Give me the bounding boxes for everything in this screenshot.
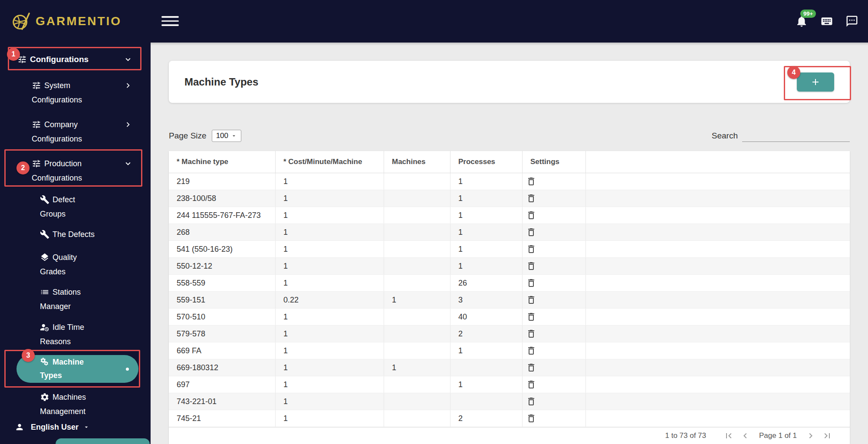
sidebar-item-stations-manager[interactable]: Stations Manager — [0, 285, 151, 314]
col-processes[interactable]: Processes — [450, 151, 522, 173]
delete-row-button[interactable] — [526, 345, 536, 356]
delete-row-button[interactable] — [526, 379, 536, 390]
col-machines[interactable]: Machines — [384, 151, 450, 173]
cell-machine-type: 579-578 — [169, 326, 275, 342]
cell-settings — [522, 258, 585, 274]
cell-machines — [384, 410, 450, 427]
cell-processes: 2 — [450, 326, 522, 342]
cell-machine-type: 268 — [169, 224, 275, 240]
cell-processes: 1 — [450, 173, 522, 190]
sidebar-item-label: The Defects — [53, 230, 95, 239]
user-label: English User — [31, 423, 79, 432]
last-page-button[interactable] — [822, 431, 832, 441]
sidebar-item-company-configurations[interactable]: Company Configurations — [0, 118, 151, 146]
add-machine-type-button[interactable] — [797, 72, 834, 92]
menu-toggle-button[interactable] — [161, 16, 179, 29]
cell-cost: 1 — [275, 342, 384, 359]
sidebar-item-quality-grades[interactable]: Quality Grades — [0, 250, 151, 279]
delete-row-button[interactable] — [526, 210, 536, 220]
cogs-icon — [40, 357, 49, 367]
delete-row-button[interactable] — [526, 312, 536, 322]
delete-row-button[interactable] — [526, 278, 536, 288]
cell-settings — [522, 342, 585, 359]
delete-row-button[interactable] — [526, 261, 536, 271]
cell-cost: 1 — [275, 207, 384, 224]
cell-settings — [522, 207, 585, 224]
cell-machines — [384, 224, 450, 240]
prev-page-button[interactable] — [740, 431, 750, 441]
sidebar-item-machine-types[interactable]: Machine Types — [16, 355, 138, 383]
sidebar-bottom-highlight — [56, 438, 150, 444]
sidebar-item-configurations[interactable]: Configurations — [0, 49, 151, 70]
delete-row-button[interactable] — [526, 295, 536, 305]
cell-filler — [585, 173, 850, 190]
keyboard-button[interactable] — [820, 15, 833, 28]
sidebar-item-machines-management[interactable]: Machines Management — [0, 390, 151, 419]
sidebar-item-system-configurations[interactable]: System Configurations — [0, 79, 151, 107]
table-row: 669-180312 1 1 — [169, 359, 850, 376]
delete-row-button[interactable] — [526, 413, 536, 424]
cell-filler — [585, 292, 850, 308]
cell-machines — [384, 241, 450, 257]
delete-row-button[interactable] — [526, 362, 536, 373]
delete-row-button[interactable] — [526, 396, 536, 407]
cell-filler — [585, 224, 850, 240]
delete-row-button[interactable] — [526, 176, 536, 187]
cell-machine-type: 669-180312 — [169, 359, 275, 376]
sidebar-item-idle-time-reasons[interactable]: Idle Time Reasons — [0, 320, 151, 349]
delete-row-button[interactable] — [526, 244, 536, 254]
table-row: 244 115555-767-FA-273 1 1 — [169, 207, 850, 224]
delete-row-button[interactable] — [526, 193, 536, 204]
sidebar-item-the-defects[interactable]: The Defects — [0, 227, 151, 242]
search-input[interactable] — [742, 130, 850, 142]
machine-types-table: * Machine type * Cost/Minute/Machine Mac… — [169, 151, 850, 444]
last-page-icon — [822, 431, 832, 441]
cell-settings — [522, 359, 585, 376]
cell-machine-type: 559-151 — [169, 292, 275, 308]
user-menu[interactable]: English User — [15, 422, 90, 432]
chevron-left-icon — [740, 431, 750, 441]
col-filler — [585, 151, 850, 173]
table-row: 238-100/58 1 1 — [169, 190, 850, 207]
cell-settings — [522, 376, 585, 393]
chat-button[interactable] — [845, 15, 858, 28]
sidebar-item-defect-groups[interactable]: Defect Groups — [0, 193, 151, 221]
first-page-icon — [723, 431, 734, 441]
delete-row-button[interactable] — [526, 329, 536, 339]
brand: GARMENTIO — [11, 11, 122, 31]
col-machine-type[interactable]: * Machine type — [169, 151, 275, 173]
cell-cost: 1 — [275, 393, 384, 410]
table-row: 558-559 1 26 — [169, 275, 850, 292]
pagination-range: 1 to 73 of 73 — [665, 431, 707, 440]
active-indicator-dot — [126, 368, 129, 371]
chevron-down-icon — [123, 55, 133, 64]
cell-processes: 1 — [450, 207, 522, 224]
notifications-button[interactable]: 99+ — [795, 15, 808, 28]
table-row: 550-12-12 1 1 — [169, 258, 850, 275]
annotation-badge-3: 3 — [22, 349, 35, 362]
col-cost[interactable]: * Cost/Minute/Machine — [275, 151, 384, 173]
cell-cost: 0.22 — [275, 292, 384, 308]
cell-settings — [522, 410, 585, 427]
page-size-select[interactable]: 100 — [212, 130, 241, 142]
chevron-right-icon — [123, 120, 133, 129]
delete-row-button[interactable] — [526, 227, 536, 237]
table-row: 559-151 0.22 1 3 — [169, 292, 850, 309]
table-row: 697 1 1 — [169, 376, 850, 393]
caret-down-icon — [231, 133, 237, 139]
cell-filler — [585, 359, 850, 376]
col-settings[interactable]: Settings — [522, 151, 585, 173]
caret-down-icon — [83, 424, 90, 431]
tune-icon — [32, 81, 41, 90]
next-page-button[interactable] — [806, 431, 816, 441]
cell-machines — [384, 326, 450, 342]
trash-icon — [526, 176, 536, 187]
cell-cost: 1 — [275, 190, 384, 207]
person-clock-icon — [40, 322, 49, 332]
first-page-button[interactable] — [723, 431, 734, 441]
cell-filler — [585, 207, 850, 224]
table-row: 268 1 1 — [169, 224, 850, 241]
gear-icon — [40, 392, 49, 402]
cell-cost: 1 — [275, 309, 384, 325]
cell-machines — [384, 309, 450, 325]
